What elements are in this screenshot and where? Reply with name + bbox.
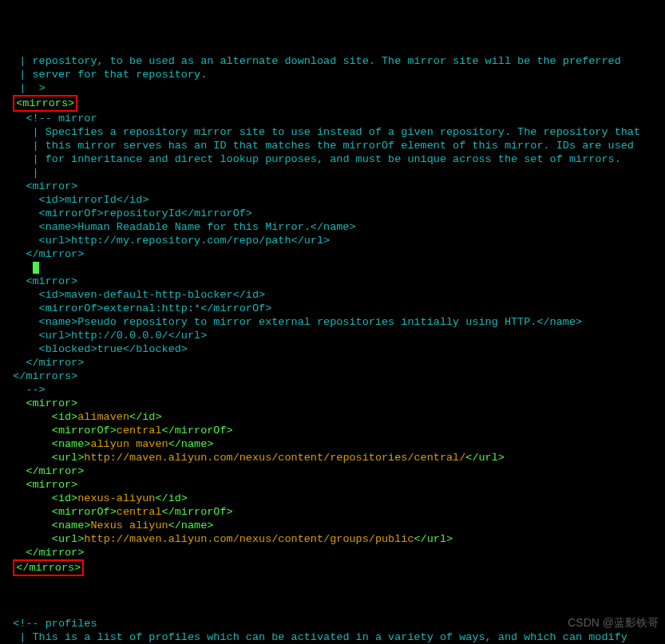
code-token: </mirrors> — [13, 370, 77, 382]
code-token: </url> — [465, 452, 505, 464]
code-line: <url>http://maven.aliyun.com/nexus/conte… — [0, 451, 665, 464]
code-token: --> — [26, 384, 45, 396]
code-line: <id>alimaven</id> — [0, 410, 665, 424]
code-token: <blocked>true</blocked> — [39, 343, 188, 355]
code-line: | for inheritance and direct lookup purp… — [0, 152, 665, 166]
code-token: </name> — [168, 438, 214, 450]
code-line: <blocked>true</blocked> — [0, 342, 665, 356]
code-line: | repository, to be used as an alternate… — [0, 54, 665, 68]
code-line: | this mirror serves has an ID that matc… — [0, 139, 665, 152]
code-line: | Specifies a repository mirror site to … — [0, 125, 665, 139]
code-token — [0, 604, 6, 616]
code-line: <url>http://my.repository.com/repo/path<… — [0, 234, 665, 247]
code-line: <mirror> — [0, 180, 665, 193]
code-line: | — [0, 166, 665, 180]
code-token: <url>http://0.0.0.0/</url> — [39, 330, 208, 342]
code-token: | — [33, 167, 39, 179]
code-token: aliyun maven — [90, 438, 168, 450]
code-line — [0, 590, 665, 603]
code-token — [0, 591, 6, 603]
code-token: </id> — [155, 492, 188, 504]
code-token: http://maven.aliyun.com/nexus/content/gr… — [84, 533, 414, 545]
code-line: | server for that repository. — [0, 68, 665, 81]
code-line: <!-- profiles — [0, 617, 665, 630]
code-line — [0, 603, 665, 617]
code-token: </id> — [129, 411, 162, 423]
code-line: --> — [0, 383, 665, 397]
cursor-icon — [33, 262, 39, 274]
code-token: <name> — [52, 438, 91, 450]
code-line: | > — [0, 81, 665, 95]
code-line: <id>mirrorId</id> — [0, 193, 665, 207]
code-token: <mirror> — [26, 275, 77, 287]
code-token: </url> — [414, 533, 453, 545]
code-line: <url>http://0.0.0.0/</url> — [0, 329, 665, 342]
code-line: | This is a list of profiles which can b… — [0, 630, 665, 644]
code-line: <mirrorOf>repositoryId</mirrorOf> — [0, 207, 665, 220]
code-token: Nexus aliyun — [90, 520, 168, 531]
code-line: <mirrorOf>central</mirrorOf> — [0, 424, 665, 437]
code-token: central — [117, 506, 162, 518]
code-token: </mirrors> — [16, 562, 81, 574]
code-line: <id>maven-default-http-blocker</id> — [0, 288, 665, 302]
code-token: | > — [19, 82, 45, 94]
code-token: | for inheritance and direct lookup purp… — [33, 153, 621, 165]
code-line: <name>aliyun maven</name> — [0, 437, 665, 451]
code-line: <mirrorOf>central</mirrorOf> — [0, 505, 665, 519]
code-line: <mirror> — [0, 397, 665, 410]
code-token: <mirrorOf> — [52, 425, 117, 437]
highlight-box: </mirrors> — [13, 559, 84, 576]
code-line: <name>Nexus aliyun</name> — [0, 519, 665, 532]
code-line: <id>nexus-aliyun</id> — [0, 492, 665, 505]
code-token: | Specifies a repository mirror site to … — [33, 126, 641, 138]
code-token: <mirrorOf> — [52, 506, 117, 518]
code-token: <id> — [52, 492, 77, 504]
code-line: </mirror> — [0, 356, 665, 369]
code-line: </mirrors> — [0, 559, 665, 576]
code-token: | this mirror serves has an ID that matc… — [33, 140, 634, 152]
code-line: <mirrorOf>external:http:*</mirrorOf> — [0, 302, 665, 315]
code-token: </mirror> — [26, 248, 84, 260]
code-token: alimaven — [77, 411, 129, 423]
code-token: | This is a list of profiles which can b… — [19, 631, 627, 643]
code-token: <mirrorOf>repositoryId</mirrorOf> — [39, 207, 252, 219]
code-token: </mirrorOf> — [162, 425, 233, 437]
code-token: nexus-aliyun — [77, 492, 155, 504]
code-token: <url> — [52, 452, 85, 464]
code-token: http://maven.aliyun.com/nexus/content/re… — [84, 452, 465, 464]
code-token: <!-- mirror — [26, 113, 97, 124]
code-line: <url>http://maven.aliyun.com/nexus/conte… — [0, 532, 665, 546]
code-token: </mirror> — [26, 547, 84, 559]
code-token: <url>http://my.repository.com/repo/path<… — [39, 235, 331, 247]
code-token: <mirrorOf>external:http:*</mirrorOf> — [39, 302, 272, 314]
code-line: <mirror> — [0, 275, 665, 288]
code-token: <mirror> — [26, 479, 77, 491]
code-token: | server for that repository. — [19, 69, 207, 81]
code-token: <name>Pseudo repository to mirror extern… — [39, 316, 583, 328]
code-token: </mirrorOf> — [162, 506, 233, 518]
code-token: </mirror> — [26, 357, 84, 369]
code-line: </mirror> — [0, 546, 665, 559]
code-token: | repository, to be used as an alternate… — [19, 55, 620, 67]
code-token: <mirrors> — [16, 97, 74, 109]
code-line: </mirror> — [0, 247, 665, 261]
code-token: <id>mirrorId</id> — [39, 194, 149, 206]
code-token: <name> — [52, 520, 91, 531]
code-line: <!-- mirror — [0, 112, 665, 125]
code-token: central — [117, 425, 162, 437]
highlight-box: <mirrors> — [13, 95, 77, 112]
code-token: <id> — [52, 411, 77, 423]
code-line: <name>Human Readable Name for this Mirro… — [0, 220, 665, 234]
code-line: <mirrors> — [0, 95, 665, 112]
code-line: <name>Pseudo repository to mirror extern… — [0, 315, 665, 329]
code-token: <mirror> — [26, 180, 77, 192]
code-token: <url> — [52, 533, 85, 545]
code-line: </mirrors> — [0, 369, 665, 383]
code-token: </name> — [168, 520, 214, 531]
code-line — [0, 261, 665, 275]
code-token: <!-- profiles — [13, 618, 97, 630]
code-token: <id>maven-default-http-blocker</id> — [39, 289, 266, 301]
code-token: <mirror> — [26, 397, 77, 409]
code-editor-content: | repository, to be used as an alternate… — [0, 54, 665, 644]
code-line: </mirror> — [0, 464, 665, 478]
